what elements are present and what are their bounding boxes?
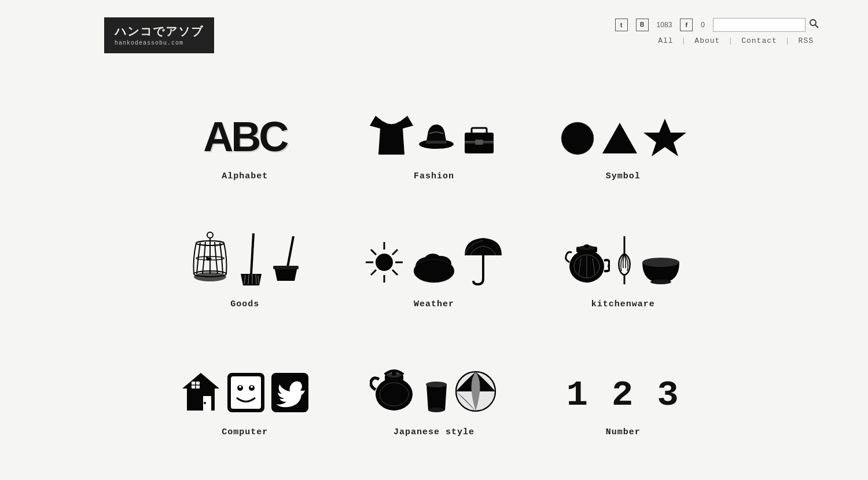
abc-display: ABC xyxy=(203,116,286,157)
svg-point-55 xyxy=(650,280,671,284)
computer-icons xyxy=(180,356,310,413)
svg-line-35 xyxy=(392,250,398,255)
umbrella-icon xyxy=(462,233,505,285)
svg-marker-12 xyxy=(643,119,686,156)
svg-line-20 xyxy=(251,233,253,274)
svg-rect-3 xyxy=(426,141,447,144)
kyusu-icon xyxy=(370,364,419,413)
svg-point-13 xyxy=(207,232,213,238)
svg-point-75 xyxy=(426,382,447,387)
symbol-icons xyxy=(559,100,687,157)
navigation: All | About | Contact | RSS xyxy=(650,36,822,45)
japanese-label: Japanese style xyxy=(393,427,475,437)
category-fashion[interactable]: Fashion xyxy=(340,76,529,204)
category-alphabet[interactable]: ABC Alphabet xyxy=(150,76,340,204)
header: ハンコでアソブ hankodeassobu.com t B 1083 f 0 A… xyxy=(0,0,868,53)
sun-icon xyxy=(363,239,406,285)
computer-label: Computer xyxy=(222,427,268,437)
mac-face-icon xyxy=(226,372,266,413)
whisk-icon xyxy=(615,233,635,285)
category-japanese[interactable]: Japanese style xyxy=(340,332,529,460)
facebook-icon[interactable]: f xyxy=(680,19,693,31)
kettle-icon xyxy=(564,236,610,285)
svg-point-40 xyxy=(424,254,442,268)
search-icon xyxy=(809,19,819,29)
category-kitchenware[interactable]: kitchenware xyxy=(528,204,718,332)
svg-rect-27 xyxy=(273,266,299,269)
alphabet-label: Alphabet xyxy=(222,171,268,181)
hat-icon xyxy=(418,120,455,157)
svg-line-1 xyxy=(815,25,818,28)
facebook-count: 0 xyxy=(701,21,705,29)
logo[interactable]: ハンコでアソブ hankodeassobu.com xyxy=(104,17,214,53)
svg-point-73 xyxy=(392,371,396,376)
svg-marker-11 xyxy=(602,123,637,153)
triangle-icon xyxy=(601,120,639,157)
svg-line-34 xyxy=(392,270,398,275)
tshirt-icon xyxy=(370,111,413,157)
svg-point-67 xyxy=(251,386,253,388)
svg-point-66 xyxy=(239,386,241,388)
number-label: Number xyxy=(606,427,641,437)
svg-point-47 xyxy=(584,244,590,248)
beach-ball-icon xyxy=(454,370,498,413)
search-input[interactable] xyxy=(713,18,806,32)
weather-icons xyxy=(363,228,505,285)
category-grid: ABC Alphabet xyxy=(116,76,752,460)
svg-line-26 xyxy=(288,236,293,267)
symbol-label: Symbol xyxy=(606,171,641,181)
broom-icon xyxy=(235,230,267,285)
svg-point-0 xyxy=(810,20,816,25)
category-computer[interactable]: Computer xyxy=(150,332,340,460)
category-weather[interactable]: Weather xyxy=(340,204,529,332)
kitchenware-label: kitchenware xyxy=(591,299,655,309)
circle-icon xyxy=(559,120,597,157)
twitter-square-icon xyxy=(270,372,310,413)
briefcase-icon xyxy=(460,120,498,157)
nav-rss[interactable]: RSS xyxy=(790,36,822,45)
logo-japanese: ハンコでアソブ xyxy=(115,23,204,39)
hatena-icon[interactable]: B xyxy=(636,19,649,31)
category-symbol[interactable]: Symbol xyxy=(528,76,718,204)
nav-all[interactable]: All xyxy=(650,36,681,45)
alphabet-icons: ABC xyxy=(203,100,286,157)
search-button[interactable] xyxy=(807,17,822,32)
hatena-count: 1083 xyxy=(657,21,672,29)
twitter-icon[interactable]: t xyxy=(615,19,628,31)
svg-point-54 xyxy=(642,258,679,267)
category-goods[interactable]: Goods xyxy=(150,204,340,332)
weather-label: Weather xyxy=(414,299,454,309)
cloud-icon xyxy=(411,248,457,285)
category-number[interactable]: 1 2 3 Number xyxy=(528,332,718,460)
svg-point-28 xyxy=(376,254,393,271)
fashion-label: Fashion xyxy=(414,171,454,181)
svg-rect-63 xyxy=(231,376,261,409)
svg-point-9 xyxy=(561,122,594,155)
goods-label: Goods xyxy=(230,299,259,309)
svg-point-61 xyxy=(204,402,206,404)
goods-icons xyxy=(190,228,300,285)
birdcage-icon xyxy=(190,230,230,285)
header-right: t B 1083 f 0 All | About | Contact | xyxy=(615,17,822,45)
svg-point-18 xyxy=(206,257,208,259)
house-icon xyxy=(180,370,222,413)
nav-contact[interactable]: Contact xyxy=(733,36,785,45)
fashion-icons xyxy=(370,100,498,157)
number-icons: 1 2 3 xyxy=(567,356,680,413)
search-bar xyxy=(713,17,822,32)
svg-point-69 xyxy=(376,378,413,411)
svg-point-76 xyxy=(428,408,444,412)
svg-line-33 xyxy=(371,250,376,255)
japanese-icons xyxy=(370,356,498,413)
star-icon xyxy=(643,117,687,157)
kitchenware-icons xyxy=(564,228,683,285)
svg-point-19 xyxy=(194,272,226,281)
cup-icon xyxy=(424,376,450,413)
dustpan-icon xyxy=(271,233,300,285)
svg-line-36 xyxy=(371,270,376,275)
nav-about[interactable]: About xyxy=(686,36,728,45)
social-search-row: t B 1083 f 0 xyxy=(615,17,822,32)
number-display: 1 2 3 xyxy=(567,378,680,413)
svg-marker-56 xyxy=(182,373,219,411)
bowl-icon xyxy=(639,251,683,285)
